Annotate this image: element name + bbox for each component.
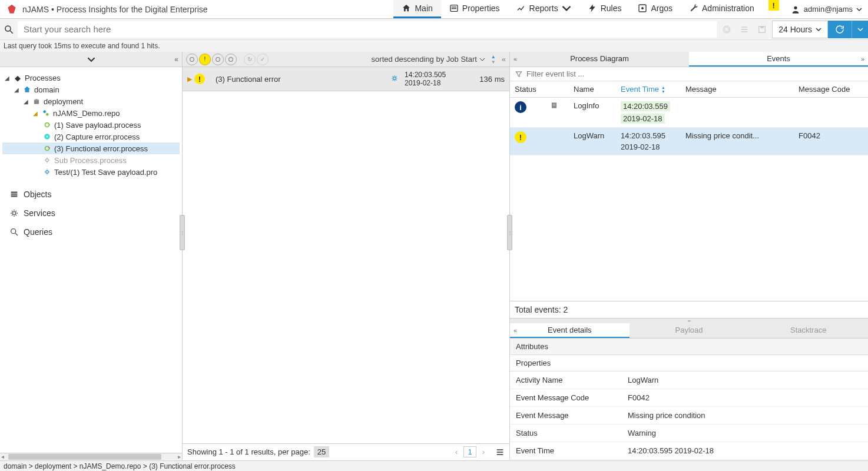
refresh-menu-button[interactable] <box>852 21 868 38</box>
nav-administration[interactable]: Administration <box>681 0 763 18</box>
process-warning-icon <box>42 144 52 153</box>
filter-stop-button[interactable] <box>225 54 237 65</box>
event-row[interactable]: i LogInfo 14:20:03.559 2019-02-18 <box>510 98 868 128</box>
svg-point-27 <box>190 57 194 61</box>
tree-process-2[interactable]: (2) Capture error.process <box>2 131 180 142</box>
bolt-icon <box>588 4 597 13</box>
page-size-selector[interactable]: 25 <box>314 446 329 457</box>
search-input[interactable] <box>18 21 717 38</box>
gear-icon[interactable] <box>390 74 399 84</box>
next-page-button[interactable]: › <box>480 447 487 456</box>
nav-main[interactable]: Main <box>393 0 440 18</box>
header-message-code[interactable]: Message Code <box>799 85 863 94</box>
svg-rect-21 <box>11 191 18 197</box>
filter-success-button[interactable]: ✓ <box>257 54 269 65</box>
filter-all-button[interactable] <box>186 54 198 65</box>
user-menu[interactable]: admin@njams <box>785 0 868 18</box>
tree-processes[interactable]: ◢ ◆ Processes <box>2 72 180 84</box>
current-page[interactable]: 1 <box>463 446 476 457</box>
event-row[interactable]: ! LogWarn 14:20:03.595 2019-02-18 Missin… <box>510 128 868 155</box>
tree-repo[interactable]: ◢ nJAMS_Demo.repo <box>2 107 180 119</box>
svg-point-14 <box>46 113 49 116</box>
header-status[interactable]: Status <box>515 85 574 94</box>
expander-icon[interactable]: ◢ <box>5 75 11 81</box>
event-filter-input[interactable] <box>526 69 863 78</box>
clear-search-button[interactable] <box>719 22 734 37</box>
resize-handle[interactable]: ⋮ <box>507 215 512 250</box>
list-view-button[interactable] <box>737 22 752 37</box>
process-error-icon <box>42 132 52 141</box>
chevron-down-icon[interactable] <box>87 55 95 64</box>
filter-error-button[interactable] <box>212 54 224 65</box>
detail-row: Event Message CodeF0042 <box>510 389 868 407</box>
expander-icon[interactable]: ◢ <box>33 110 39 117</box>
tab-events[interactable]: Events » <box>689 52 868 67</box>
event-time-cell: 14:20:03.559 2019-02-18 <box>621 101 685 124</box>
svg-line-26 <box>15 233 18 236</box>
time-range-dropdown[interactable]: 24 Hours <box>772 21 828 38</box>
refresh-button[interactable] <box>828 21 852 38</box>
sort-dropdown[interactable]: sorted descending by Job Start <box>372 55 485 64</box>
tab-stacktrace[interactable]: Stacktrace <box>748 323 868 338</box>
menu-icon[interactable] <box>495 447 505 457</box>
save-query-button[interactable] <box>754 22 770 37</box>
filter-running-button[interactable]: ↻ <box>244 54 256 65</box>
sidebar-objects[interactable]: Objects <box>2 185 180 204</box>
tree-domain[interactable]: ◢ domain <box>2 84 180 95</box>
tab-payload[interactable]: Payload <box>630 323 749 338</box>
process-icon <box>42 120 52 130</box>
events-table-header: Status Name Event Time▲▼ Message Message… <box>510 81 868 98</box>
scrollbar-thumb[interactable] <box>8 454 161 460</box>
sort-direction-toggle[interactable]: ▲▼ <box>491 54 496 65</box>
sidebar-services[interactable]: Services <box>2 204 180 223</box>
collapse-center-button[interactable]: « <box>502 55 506 64</box>
tree-deployment[interactable]: ◢ deployment <box>2 95 180 107</box>
section-attributes[interactable]: Attributes <box>510 339 868 355</box>
event-time-cell: 14:20:03.595 2019-02-18 <box>621 131 685 151</box>
home-icon <box>22 85 32 94</box>
svg-point-28 <box>216 57 220 61</box>
nav-argos[interactable]: Argos <box>630 0 681 18</box>
svg-rect-10 <box>761 26 764 28</box>
collapse-icon[interactable]: « <box>513 327 517 334</box>
tab-process-diagram[interactable]: « Process Diagram <box>510 52 689 67</box>
svg-point-29 <box>229 57 233 61</box>
brand-title: nJAMS • Process Insights for the Digital… <box>22 5 208 14</box>
objects-icon <box>9 190 19 199</box>
gear-icon <box>9 208 19 218</box>
svg-rect-31 <box>552 102 556 108</box>
expand-icon[interactable]: ▶ <box>187 75 192 83</box>
gear-icon <box>42 155 52 165</box>
expander-icon[interactable]: ◢ <box>24 98 29 105</box>
results-summary: Showing 1 - 1 of 1 results, per page: <box>187 447 310 456</box>
splitter-handle[interactable]: ┅ <box>510 319 868 323</box>
brand: nJAMS • Process Insights for the Digital… <box>0 4 214 15</box>
svg-point-25 <box>11 229 16 234</box>
sidebar-queries[interactable]: Queries <box>2 223 180 241</box>
list-icon <box>449 4 459 13</box>
tree-process-4[interactable]: Sub Process.process <box>2 154 180 166</box>
filter-warning-button[interactable]: ! <box>199 54 211 65</box>
prev-page-button[interactable]: ‹ <box>453 447 460 456</box>
search-icon <box>0 24 18 35</box>
tree-process-3[interactable]: (3) Functional error.process <box>2 142 180 154</box>
header-message[interactable]: Message <box>685 85 799 94</box>
section-properties[interactable]: Properties <box>510 355 868 372</box>
horizontal-scrollbar[interactable]: ◂ ▸ <box>0 453 182 460</box>
header-event-time[interactable]: Event Time▲▼ <box>621 85 685 94</box>
alert-badge[interactable]: ! <box>768 0 779 11</box>
nav-properties[interactable]: Properties <box>441 0 508 18</box>
chevron-down-icon <box>816 26 821 32</box>
nav-reports[interactable]: Reports <box>508 0 579 18</box>
tree-process-5[interactable]: Test/(1) Test Save payload.pro <box>2 166 180 178</box>
nav-rules[interactable]: Rules <box>579 0 630 18</box>
expand-icon[interactable]: » <box>861 55 864 62</box>
job-row[interactable]: ▶ ! (3) Functional error 14:20:03.505201… <box>183 67 509 91</box>
collapse-icon[interactable]: « <box>513 55 517 62</box>
tree-process-1[interactable]: (1) Save payload.process <box>2 119 180 131</box>
tab-event-details[interactable]: « Event details <box>510 323 630 338</box>
header-name[interactable]: Name <box>574 85 621 94</box>
expander-icon[interactable]: ◢ <box>14 87 20 93</box>
refresh-icon <box>834 24 845 35</box>
collapse-sidebar-button[interactable]: « <box>174 55 178 64</box>
